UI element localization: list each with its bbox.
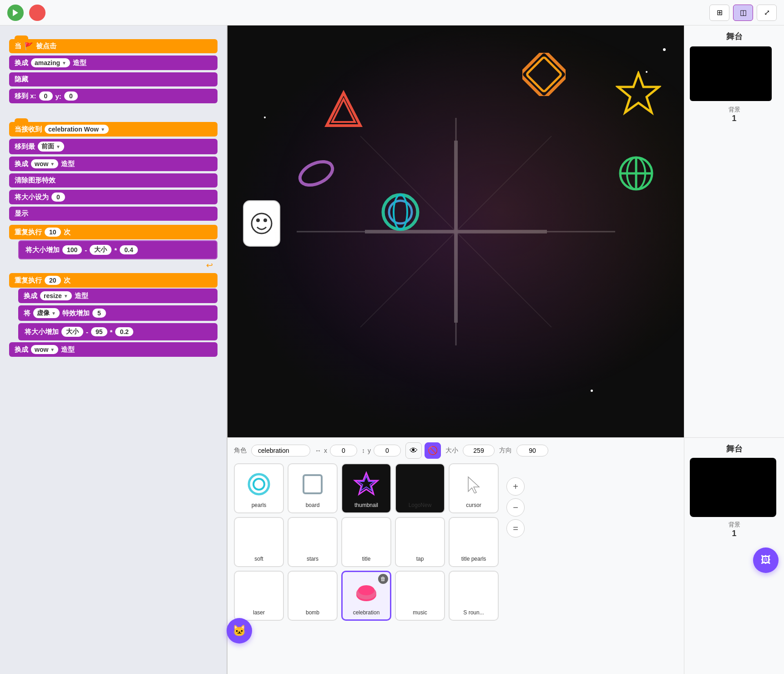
show-block[interactable]: 显示 bbox=[9, 207, 217, 221]
sprite-name-input[interactable] bbox=[251, 445, 310, 456]
dir-value-input[interactable] bbox=[516, 445, 548, 456]
stage-bg-thumbnail[interactable] bbox=[690, 458, 776, 517]
zoom-in-button[interactable]: + bbox=[506, 477, 525, 496]
stage-thumbnail[interactable] bbox=[690, 46, 772, 101]
add-sprite-button[interactable]: 🐱 bbox=[227, 618, 252, 644]
repeat-20-input[interactable]: 20 bbox=[45, 276, 61, 285]
change-size-1-block[interactable]: 将大小增加 100 - 大小 * 0.4 bbox=[18, 240, 217, 259]
stage-container[interactable] bbox=[228, 25, 684, 437]
zoom-out-button[interactable]: − bbox=[506, 498, 525, 517]
sprite-card-stars[interactable]: stars bbox=[288, 517, 338, 567]
block-group-receive: 当接收到 celebration Wow ▼ 移到最 前面 ▼ 换成 bbox=[9, 117, 217, 358]
when-flag-block[interactable]: 当 🚩 被点击 bbox=[9, 39, 217, 53]
wow2-dropdown[interactable]: wow ▼ bbox=[31, 345, 58, 354]
go-to-front-block[interactable]: 移到最 前面 ▼ bbox=[9, 139, 217, 154]
sprite-card-soft[interactable]: soft bbox=[234, 517, 284, 567]
sprite-card-logonew[interactable]: LogoNew bbox=[395, 463, 445, 513]
sprite-card-tap[interactable]: tap bbox=[395, 517, 445, 567]
dir-label: 方向 bbox=[499, 446, 512, 455]
wow-dropdown[interactable]: wow ▼ bbox=[31, 159, 58, 168]
phone-sprite bbox=[241, 198, 282, 250]
sprite-card-board[interactable]: board bbox=[288, 463, 338, 513]
repeat-20-block[interactable]: 重复执行 20 次 bbox=[9, 273, 217, 288]
tap-label: tap bbox=[416, 556, 424, 562]
hide-block[interactable]: 隐藏 bbox=[9, 72, 217, 86]
size-value-input[interactable] bbox=[463, 445, 495, 456]
size-kw-2[interactable]: 大小 bbox=[61, 327, 83, 337]
stage-right-panel: 舞台 背景 1 bbox=[684, 25, 784, 437]
sprite-card-thumbnail[interactable]: thumbnail bbox=[341, 463, 391, 513]
green-flag-button[interactable] bbox=[7, 5, 24, 21]
receive-dropdown[interactable]: celebration Wow ▼ bbox=[45, 125, 109, 134]
thumbnail-label: thumbnail bbox=[354, 502, 378, 508]
view-left-button[interactable]: ◫ bbox=[733, 5, 753, 21]
clear-effects-block[interactable]: 清除图形特效 bbox=[9, 173, 217, 188]
role-label: 角色 bbox=[234, 446, 247, 455]
val-04[interactable]: 0.4 bbox=[120, 245, 137, 254]
y-input[interactable]: 0 bbox=[64, 91, 78, 101]
sprite-card-music[interactable]: music bbox=[395, 571, 445, 621]
switch-wow-block[interactable]: 换成 wow ▼ 造型 bbox=[9, 157, 217, 171]
sprite-card-title[interactable]: title bbox=[341, 517, 391, 567]
sprite-card-celebration[interactable]: 🗑 celebration bbox=[341, 571, 391, 621]
thumbnail-img bbox=[350, 468, 382, 500]
view-fullscreen-button[interactable]: ⤢ bbox=[757, 5, 777, 21]
arrow-symbol: ↩ bbox=[18, 260, 217, 270]
repeat-10-block[interactable]: 重复执行 10 次 bbox=[9, 225, 217, 239]
show-eye-button[interactable]: 👁 bbox=[405, 442, 422, 459]
size-kw-1[interactable]: 大小 bbox=[90, 245, 111, 255]
go-to-xy-block[interactable]: 移到 x: 0 y: 0 bbox=[9, 89, 217, 103]
y-coord-input[interactable] bbox=[374, 445, 401, 456]
top-toolbar: ⊞ ◫ ⤢ bbox=[0, 0, 784, 25]
orange-diamond-sprite bbox=[522, 53, 566, 98]
x-arrow-icon: ↔ bbox=[315, 447, 321, 454]
switch-costume-block[interactable]: 换成 amazing ▼ 造型 bbox=[9, 56, 217, 70]
stage-and-info: 舞台 背景 1 bbox=[228, 25, 784, 437]
y-coord-group: ↕ y bbox=[362, 445, 401, 456]
repeat-10-input[interactable]: 10 bbox=[45, 228, 61, 237]
when-receive-block[interactable]: 当接收到 celebration Wow ▼ bbox=[9, 122, 217, 137]
title-pearls-label: title pearls bbox=[461, 556, 486, 562]
svg-rect-12 bbox=[522, 53, 566, 96]
size-zero-input[interactable]: 0 bbox=[51, 193, 65, 202]
layer-dropdown[interactable]: 前面 ▼ bbox=[38, 142, 64, 152]
soft-img bbox=[243, 522, 275, 554]
val-95[interactable]: 95 bbox=[91, 327, 107, 336]
ghost-dropdown[interactable]: 虚像 ▼ bbox=[33, 308, 60, 318]
change-size-2-block[interactable]: 将大小增加 大小 - 95 * 0.2 bbox=[18, 323, 217, 340]
title-label: title bbox=[362, 556, 371, 562]
svg-line-6 bbox=[456, 136, 551, 232]
sprite-card-cursor[interactable]: cursor bbox=[449, 463, 499, 513]
x-coord-input[interactable] bbox=[330, 445, 357, 456]
ghost-val[interactable]: 5 bbox=[92, 309, 106, 318]
view-split-button[interactable]: ⊞ bbox=[709, 5, 729, 21]
stage-bg-info: 背景 1 bbox=[690, 106, 779, 123]
zoom-fit-button[interactable]: = bbox=[506, 519, 525, 537]
celebration-delete-btn[interactable]: 🗑 bbox=[378, 574, 388, 584]
switch-wow-2-block[interactable]: 换成 wow ▼ 造型 bbox=[9, 342, 217, 357]
bomb-label: bomb bbox=[306, 609, 319, 616]
sprite-card-laser[interactable]: laser bbox=[234, 571, 284, 621]
stage-title-label: 舞台 bbox=[690, 31, 779, 42]
switch-resize-block[interactable]: 换成 resize ▼ 造型 bbox=[18, 289, 217, 303]
val-02[interactable]: 0.2 bbox=[115, 327, 133, 336]
sprite-card-title-pearls[interactable]: title pearls bbox=[449, 517, 499, 567]
val-100[interactable]: 100 bbox=[62, 245, 82, 254]
set-size-block[interactable]: 将大小设为 0 bbox=[9, 190, 217, 204]
starburst-svg bbox=[297, 118, 615, 345]
toolbar-right: ⊞ ◫ ⤢ bbox=[709, 5, 777, 21]
svg-rect-34 bbox=[410, 474, 430, 494]
resize-dropdown[interactable]: resize ▼ bbox=[40, 291, 72, 300]
hide-eye-button[interactable]: 🚫 bbox=[425, 442, 441, 459]
stop-button[interactable] bbox=[29, 5, 46, 21]
change-ghost-block[interactable]: 将 虚像 ▼ 特效增加 5 bbox=[18, 305, 217, 321]
x-input[interactable]: 0 bbox=[39, 91, 53, 101]
add-scene-button[interactable]: 🖼 bbox=[753, 547, 779, 573]
costume-dropdown[interactable]: amazing ▼ bbox=[31, 58, 70, 67]
svg-line-7 bbox=[360, 232, 456, 327]
sprite-card-pearls[interactable]: pearls bbox=[234, 463, 284, 513]
music-label: music bbox=[413, 609, 427, 616]
sprite-card-bomb[interactable]: bomb bbox=[288, 571, 338, 621]
sprite-card-sround[interactable]: S roun... bbox=[449, 571, 499, 621]
stars-img bbox=[297, 522, 329, 554]
